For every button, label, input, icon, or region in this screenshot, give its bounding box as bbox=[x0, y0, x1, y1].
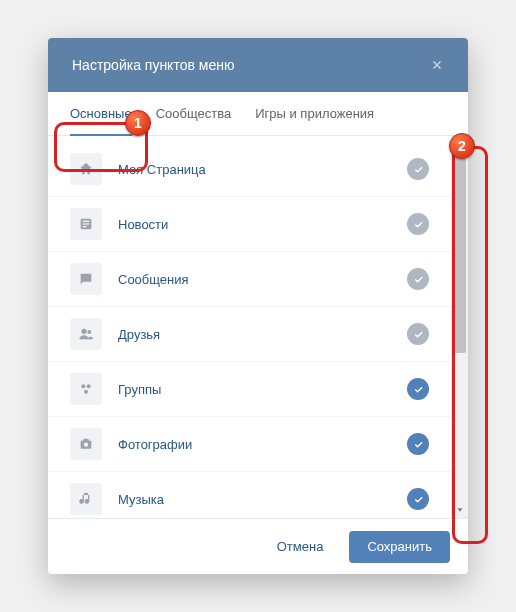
scroll-up-button[interactable] bbox=[452, 136, 468, 153]
scrollbar[interactable] bbox=[451, 136, 468, 518]
svg-point-4 bbox=[81, 329, 86, 334]
tab-main-label: Основные bbox=[70, 106, 132, 121]
save-label: Сохранить bbox=[367, 539, 432, 554]
item-label: Сообщения bbox=[118, 272, 391, 287]
tab-games[interactable]: Игры и приложения bbox=[255, 92, 374, 135]
items-scroll-wrap: Моя Страница Новости Сообщения bbox=[48, 136, 468, 518]
home-icon bbox=[70, 153, 102, 185]
modal-title: Настройка пунктов меню bbox=[72, 57, 234, 73]
svg-point-8 bbox=[84, 390, 88, 394]
scrollbar-thumb[interactable] bbox=[454, 153, 466, 353]
svg-point-6 bbox=[81, 384, 85, 388]
svg-rect-2 bbox=[83, 223, 90, 224]
menu-items-list: Моя Страница Новости Сообщения bbox=[48, 136, 451, 518]
tab-communities[interactable]: Сообщества bbox=[156, 92, 232, 135]
close-button[interactable] bbox=[424, 52, 450, 78]
tab-main[interactable]: Основные bbox=[70, 92, 132, 135]
save-button[interactable]: Сохранить bbox=[349, 531, 450, 563]
scrollbar-track[interactable] bbox=[452, 153, 468, 501]
check-locked bbox=[407, 158, 429, 180]
item-label: Друзья bbox=[118, 327, 391, 342]
item-label: Моя Страница bbox=[118, 162, 391, 177]
item-label: Музыка bbox=[118, 492, 391, 507]
messages-icon bbox=[70, 263, 102, 295]
music-icon bbox=[70, 483, 102, 515]
cancel-button[interactable]: Отмена bbox=[259, 531, 342, 563]
close-icon bbox=[430, 58, 444, 72]
scroll-down-button[interactable] bbox=[452, 501, 468, 518]
svg-point-5 bbox=[87, 330, 91, 334]
check-locked bbox=[407, 323, 429, 345]
svg-point-7 bbox=[87, 384, 91, 388]
item-label: Новости bbox=[118, 217, 391, 232]
svg-point-9 bbox=[84, 443, 88, 447]
friends-icon bbox=[70, 318, 102, 350]
check-toggle[interactable] bbox=[407, 433, 429, 455]
item-label: Группы bbox=[118, 382, 391, 397]
tab-games-label: Игры и приложения bbox=[255, 106, 374, 121]
modal-header: Настройка пунктов меню bbox=[48, 38, 468, 92]
cancel-label: Отмена bbox=[277, 539, 324, 554]
item-photos[interactable]: Фотографии bbox=[48, 417, 451, 472]
photos-icon bbox=[70, 428, 102, 460]
menu-settings-modal: Настройка пунктов меню Основные Сообщест… bbox=[48, 38, 468, 574]
item-music[interactable]: Музыка bbox=[48, 472, 451, 518]
item-news[interactable]: Новости bbox=[48, 197, 451, 252]
item-groups[interactable]: Группы bbox=[48, 362, 451, 417]
groups-icon bbox=[70, 373, 102, 405]
item-friends[interactable]: Друзья bbox=[48, 307, 451, 362]
check-locked bbox=[407, 213, 429, 235]
check-toggle[interactable] bbox=[407, 488, 429, 510]
chevron-up-icon bbox=[455, 140, 465, 150]
svg-rect-3 bbox=[83, 226, 87, 227]
check-toggle[interactable] bbox=[407, 378, 429, 400]
news-icon bbox=[70, 208, 102, 240]
tab-communities-label: Сообщества bbox=[156, 106, 232, 121]
chevron-down-icon bbox=[455, 505, 465, 515]
modal-footer: Отмена Сохранить bbox=[48, 518, 468, 574]
item-my-page[interactable]: Моя Страница bbox=[48, 142, 451, 197]
svg-rect-1 bbox=[83, 221, 90, 222]
check-locked bbox=[407, 268, 429, 290]
item-messages[interactable]: Сообщения bbox=[48, 252, 451, 307]
tabs-bar: Основные Сообщества Игры и приложения bbox=[48, 92, 468, 136]
item-label: Фотографии bbox=[118, 437, 391, 452]
